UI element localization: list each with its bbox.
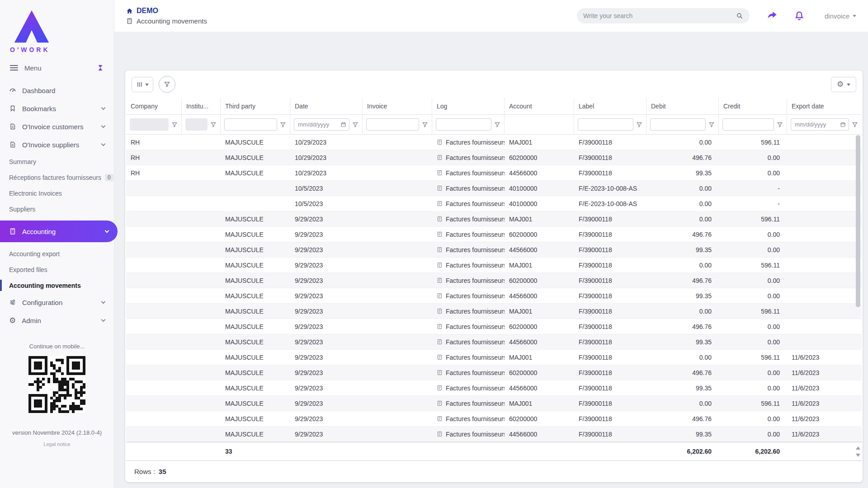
hamburger-icon[interactable] (10, 65, 18, 70)
sidebar-subitem-label: Accounting export (9, 250, 60, 258)
cell-debit: 99.35 (646, 427, 719, 441)
filter-funnel-icon[interactable] (494, 122, 500, 128)
cell-date: 9/29/2023 (290, 227, 363, 242)
filter-button[interactable] (159, 76, 175, 93)
sidebar-item-accounting[interactable]: Accounting (0, 221, 118, 242)
cell-date: 9/29/2023 (290, 350, 363, 365)
cell-account: 44566000 (505, 334, 574, 349)
cell-account: MAJ001 (505, 258, 574, 272)
cell-invoice (363, 135, 432, 150)
notifications-button[interactable] (794, 10, 805, 21)
filter-funnel-icon[interactable] (280, 122, 286, 128)
settings-button[interactable]: ⚙ (831, 77, 856, 92)
totals-credit: 6,202.60 (719, 442, 787, 460)
sidebar-item-accounting-export[interactable]: Accounting export (0, 246, 114, 262)
table-row[interactable]: 10/5/2023Factures fournisseurs40100000F/… (126, 196, 862, 211)
chevron-down-icon (105, 228, 109, 233)
filter-funnel-icon[interactable] (352, 122, 359, 128)
cell-institution (182, 380, 221, 395)
scrollbar-thumb[interactable] (856, 135, 860, 307)
scroll-down-arrow[interactable] (856, 454, 860, 459)
table-row[interactable]: MAJUSCULE9/29/2023Factures fournisseursM… (126, 396, 862, 411)
filter-funnel-icon[interactable] (171, 122, 178, 128)
table-row[interactable]: MAJUSCULE9/29/2023Factures fournisseursM… (126, 258, 862, 273)
filter-funnel-icon[interactable] (777, 122, 783, 128)
filter-funnel-icon[interactable] (708, 122, 715, 128)
column-header-credit[interactable]: Credit (719, 98, 787, 114)
user-menu[interactable]: dinvoice (825, 12, 856, 20)
table-row[interactable]: MAJUSCULE9/29/2023Factures fournisseurs6… (126, 411, 862, 427)
qr-code (28, 356, 85, 413)
table-row[interactable]: RHMAJUSCULE10/29/2023Factures fournisseu… (126, 165, 862, 181)
column-header-invoice[interactable]: Invoice (363, 98, 432, 114)
vertical-scrollbar[interactable] (855, 134, 861, 442)
page-title: Accounting movements (126, 17, 207, 25)
table-row[interactable]: MAJUSCULE9/29/2023Factures fournisseurs4… (126, 242, 862, 258)
share-button[interactable] (766, 11, 778, 21)
column-header-institu[interactable]: Institu... (182, 98, 221, 114)
search-icon[interactable] (736, 12, 743, 19)
column-header-date[interactable]: Date (290, 98, 363, 114)
filter-funnel-icon[interactable] (852, 122, 858, 128)
hourglass-icon[interactable] (97, 64, 104, 71)
filter-funnel-icon[interactable] (636, 122, 642, 128)
filter-funnel-icon[interactable] (210, 122, 217, 128)
sidebar-item-suppliers[interactable]: Suppliers (0, 201, 114, 217)
sidebar-item-admin[interactable]: ⚙ Admin (0, 311, 114, 329)
sidebar-item-accounting-movements[interactable]: Accounting movements (0, 277, 114, 293)
calendar-icon[interactable] (340, 122, 346, 127)
sidebar-item-electronic-invoices[interactable]: Electronic Invoices (0, 185, 114, 201)
filter-date-input-date[interactable]: mm/dd/yyyy (294, 118, 349, 131)
column-chooser-button[interactable] (132, 77, 153, 92)
table-row[interactable]: MAJUSCULE9/29/2023Factures fournisseurs6… (126, 273, 862, 288)
filter-cell-institu (182, 115, 221, 134)
table-row[interactable]: MAJUSCULE9/29/2023Factures fournisseurs4… (126, 427, 862, 442)
cell-debit: 0.00 (646, 135, 719, 150)
table-row[interactable]: MAJUSCULE9/29/2023Factures fournisseurs4… (126, 288, 862, 304)
cell-date: 9/29/2023 (290, 427, 363, 441)
table-row[interactable]: MAJUSCULE9/29/2023Factures fournisseursM… (126, 350, 862, 365)
filter-input-invoice[interactable] (366, 118, 419, 131)
calendar-icon[interactable] (840, 122, 846, 127)
filter-input-credit[interactable] (722, 118, 774, 131)
filter-input-log[interactable] (436, 118, 491, 131)
column-header-company[interactable]: Company (126, 98, 182, 114)
table-row[interactable]: MAJUSCULE9/29/2023Factures fournisseursM… (126, 304, 862, 319)
column-header-export-date[interactable]: Export date (787, 98, 862, 114)
search-input[interactable] (583, 12, 736, 19)
sidebar-item-oinvoice-suppliers[interactable]: O'Invoice suppliers (0, 136, 114, 154)
table-row[interactable]: RHMAJUSCULE10/29/2023Factures fournisseu… (126, 150, 862, 165)
table-row[interactable]: MAJUSCULE9/29/2023Factures fournisseurs4… (126, 380, 862, 396)
scroll-up-arrow[interactable] (856, 444, 860, 450)
sidebar-item-dashboard[interactable]: Dashboard (0, 81, 114, 99)
sidebar-item-configuration[interactable]: Configuration (0, 293, 114, 311)
table-row[interactable]: MAJUSCULE9/29/2023Factures fournisseursM… (126, 211, 862, 227)
column-header-debit[interactable]: Debit (646, 98, 719, 114)
table-row[interactable]: MAJUSCULE9/29/2023Factures fournisseurs4… (126, 334, 862, 350)
column-header-log[interactable]: Log (432, 98, 505, 114)
invoice-log-icon (437, 201, 443, 206)
column-header-third-party[interactable]: Third party (221, 98, 290, 114)
sidebar-item-oinvoice-customers[interactable]: O'Invoice customers (0, 117, 114, 136)
invoice-log-icon (437, 370, 443, 375)
sidebar-item-bookmarks[interactable]: Bookmarks (0, 99, 114, 117)
sidebar-item-receptions-factures[interactable]: Réceptions factures fournisseurs 0 (0, 169, 114, 185)
filter-input-label[interactable] (578, 118, 633, 131)
column-header-label[interactable]: Label (574, 98, 646, 114)
filter-funnel-icon[interactable] (422, 122, 428, 128)
filter-input-debit[interactable] (650, 118, 706, 131)
logo[interactable]: O'WORK (0, 0, 114, 53)
sidebar-item-exported-files[interactable]: Exported files (0, 262, 114, 277)
cell-third-party: MAJUSCULE (221, 273, 290, 288)
table-row[interactable]: RHMAJUSCULE10/29/2023Factures fournisseu… (126, 135, 862, 150)
filter-date-input-export-date[interactable]: mm/dd/yyyy (791, 118, 849, 131)
table-row[interactable]: 10/5/2023Factures fournisseurs40100000F/… (126, 181, 862, 196)
table-row[interactable]: MAJUSCULE9/29/2023Factures fournisseurs6… (126, 319, 862, 334)
legal-notice-link[interactable]: Legal notice (0, 441, 114, 447)
table-row[interactable]: MAJUSCULE9/29/2023Factures fournisseurs6… (126, 365, 862, 380)
column-header-account[interactable]: Account (505, 98, 574, 114)
filter-row: mm/dd/yyyymm/dd/yyyy (126, 115, 862, 135)
filter-input-third-party[interactable] (224, 118, 277, 131)
sidebar-item-summary[interactable]: Summary (0, 154, 114, 169)
table-row[interactable]: MAJUSCULE9/29/2023Factures fournisseurs6… (126, 227, 862, 242)
